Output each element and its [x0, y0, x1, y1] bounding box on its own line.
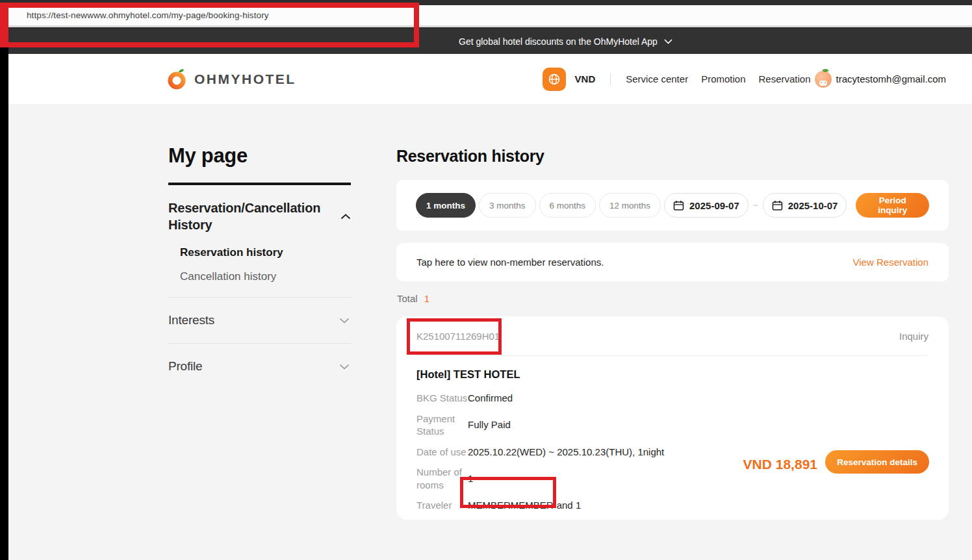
chevron-down-icon — [664, 39, 672, 44]
account-email: tracytestomh@gmail.com — [836, 73, 946, 84]
date-from-field[interactable]: 2025-09-07 — [664, 193, 748, 218]
nav-service-center[interactable]: Service center — [626, 73, 688, 84]
field-value: Fully Paid — [468, 418, 511, 431]
reservation-price: VND 18,891 — [743, 457, 817, 472]
sidebar-title: My page — [168, 144, 351, 168]
non-member-notice-card: Tap here to view non-member reservations… — [396, 243, 949, 281]
page-title: Reservation history — [396, 147, 544, 166]
view-reservation-link[interactable]: View Reservation — [853, 257, 928, 268]
sidebar-rule — [168, 183, 351, 185]
field-label: Payment Status — [416, 413, 468, 438]
sidebar: My page Reservation/Cancellation History… — [168, 144, 351, 389]
booking-code: K25100711269H01 — [416, 331, 500, 342]
chevron-down-icon — [339, 364, 350, 370]
sidebar-section-label: Reservation/Cancellation History — [168, 199, 318, 233]
period-3-months-button[interactable]: 3 months — [479, 193, 536, 218]
app-promo-text: Get global hotel discounts on the OhMyHo… — [459, 36, 658, 47]
sidebar-item-profile[interactable]: Profile — [168, 344, 351, 389]
date-from-value: 2025-09-07 — [689, 200, 739, 211]
leaf-icon — [179, 69, 184, 72]
field-value: 2025.10.22(WED) ~ 2025.10.23(THU), 1nigh… — [468, 446, 664, 459]
sidebar-item-interests[interactable]: Interests — [168, 298, 351, 343]
period-inquiry-button[interactable]: Period inquiry — [856, 193, 929, 218]
ohmyhotel-logo-icon — [168, 68, 188, 90]
left-black-strip — [0, 29, 8, 560]
booking-type-badge: Inquiry — [899, 331, 928, 342]
sidebar-item-reservation-history[interactable]: Reservation history — [180, 246, 351, 259]
reservation-details-button[interactable]: Reservation details — [825, 450, 929, 474]
date-range-separator: ~ — [753, 200, 758, 210]
chevron-up-icon — [340, 214, 351, 220]
logo-text: OHMYHOTEL — [194, 71, 296, 87]
date-to-field[interactable]: 2025-10-07 — [763, 193, 847, 218]
non-member-notice-text: Tap here to view non-member reservations… — [416, 257, 604, 268]
field-label: BKG Status — [416, 392, 468, 405]
nav-reservation[interactable]: Reservation — [759, 73, 811, 84]
field-row-traveler: Traveler MEMBERMEMBER and 1 — [416, 499, 928, 512]
app-promo-banner[interactable]: Get global hotel discounts on the OhMyHo… — [0, 29, 972, 54]
period-filter-card: 1 months 3 months 6 months 12 months 202… — [396, 180, 949, 231]
field-row-bkg-status: BKG Status Confirmed — [416, 392, 928, 405]
sidebar-item-cancellation-history[interactable]: Cancellation history — [180, 270, 351, 283]
chevron-down-icon — [339, 318, 350, 324]
sidebar-item-reservation-cancellation-history[interactable]: Reservation/Cancellation History — [168, 199, 351, 233]
globe-icon — [548, 73, 561, 86]
field-label: Traveler — [416, 499, 468, 512]
sidebar-item-label: Interests — [168, 313, 214, 327]
avatar-leaf-icon — [822, 68, 828, 73]
browser-url-text: https://test-newwww.ohmyhotel.com/my-pag… — [27, 10, 269, 20]
total-row: Total1 — [397, 293, 429, 304]
field-value: 1 — [468, 472, 473, 485]
period-1-months-button[interactable]: 1 months — [416, 193, 476, 218]
field-value: Confirmed — [468, 392, 513, 405]
nav-promotion[interactable]: Promotion — [701, 73, 745, 84]
calendar-icon — [772, 200, 783, 211]
language-button[interactable] — [543, 68, 566, 91]
traveler-name: MEMBERMEMBER — [468, 499, 554, 512]
field-label: Number of rooms — [416, 466, 468, 491]
hotel-name: [Hotel] TEST HOTEL — [416, 368, 928, 381]
account-menu[interactable]: tracytestomh@gmail.com — [815, 71, 946, 88]
avatar-face-icon — [819, 81, 827, 86]
field-row-payment-status: Payment Status Fully Paid — [416, 413, 928, 438]
total-label: Total — [397, 293, 418, 304]
sidebar-item-label: Profile — [168, 359, 202, 374]
currency-selector[interactable]: VND — [575, 73, 596, 84]
date-to-value: 2025-10-07 — [788, 200, 838, 211]
site-header: OHMYHOTEL VND Service center Promotion R… — [8, 54, 972, 104]
page: https://test-newwww.ohmyhotel.com/my-pag… — [0, 0, 972, 560]
ohmyhotel-logo[interactable]: OHMYHOTEL — [168, 54, 296, 104]
header-divider — [610, 73, 611, 85]
field-label: Date of use — [416, 446, 468, 459]
reservation-card[interactable]: K25100711269H01 Inquiry [Hotel] TEST HOT… — [396, 316, 949, 520]
total-count: 1 — [424, 293, 429, 304]
browser-url-bar[interactable]: https://test-newwww.ohmyhotel.com/my-pag… — [8, 5, 972, 27]
avatar — [815, 71, 832, 88]
period-12-months-button[interactable]: 12 months — [599, 193, 661, 218]
traveler-extra: and 1 — [557, 499, 582, 512]
browser-chrome: https://test-newwww.ohmyhotel.com/my-pag… — [0, 0, 972, 29]
calendar-icon — [673, 200, 684, 211]
period-6-months-button[interactable]: 6 months — [539, 193, 596, 218]
